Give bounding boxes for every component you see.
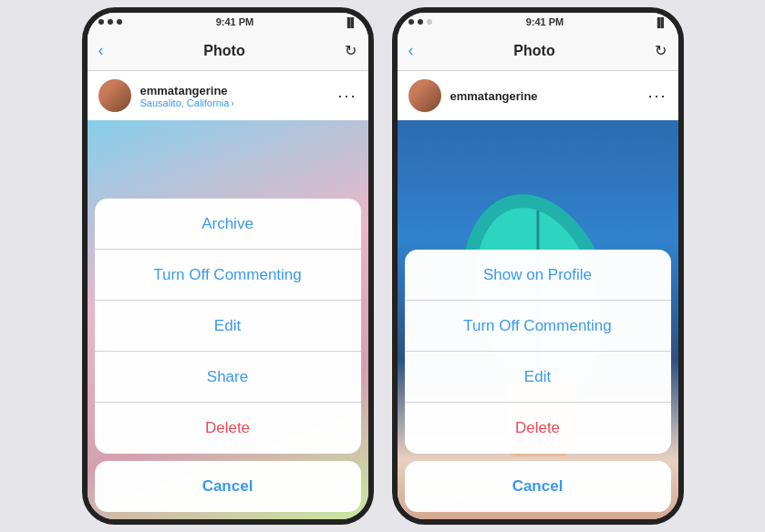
battery-icon-right: ▐▌ [654, 17, 667, 27]
location-left: Sausalito, California › [140, 97, 338, 108]
nav-title-right: Photo [513, 43, 554, 59]
phone-right: 9:41 PM ▐▌ ‹ Photo ↻ emmatangerine ··· [392, 7, 684, 525]
action-delete-left-label: Delete [205, 419, 250, 437]
phone-left: 9:41 PM ▐▌ ‹ Photo ↻ emmatangerine Sausa… [82, 7, 374, 525]
action-delete-right[interactable]: Delete [405, 403, 671, 454]
status-signal-right [408, 19, 432, 25]
cancel-button-left[interactable]: Cancel [95, 461, 361, 512]
action-edit-left-label: Edit [214, 317, 241, 335]
status-right-left: ▐▌ [344, 17, 357, 27]
signal-dot-r2 [418, 19, 423, 25]
more-button-right[interactable]: ··· [647, 87, 667, 106]
action-show-on-profile[interactable]: Show on Profile [405, 250, 671, 301]
location-text-left: Sausalito, California [140, 97, 230, 108]
action-sheet-right: Show on Profile Turn Off Commenting Edit… [405, 250, 671, 454]
action-share-left[interactable]: Share [95, 352, 361, 403]
signal-dot-r3 [427, 19, 432, 25]
signal-dot-2 [108, 19, 113, 25]
signal-dot-r1 [408, 19, 414, 25]
status-signal [98, 19, 122, 25]
refresh-button-left[interactable]: ↻ [345, 42, 357, 59]
signal-dot-3 [117, 19, 122, 25]
status-time-left: 9:41 PM [216, 16, 254, 27]
signal-dot-1 [98, 19, 104, 25]
cancel-button-right[interactable]: Cancel [405, 461, 671, 512]
nav-title-left: Photo [203, 43, 244, 59]
action-edit-right-label: Edit [524, 368, 551, 386]
avatar-image-left [98, 79, 131, 112]
action-show-on-profile-label: Show on Profile [483, 266, 592, 284]
action-share-left-label: Share [207, 368, 248, 386]
cancel-label-right: Cancel [512, 477, 563, 496]
action-turn-off-commenting-right[interactable]: Turn Off Commenting [405, 301, 671, 352]
action-archive[interactable]: Archive [95, 199, 361, 250]
action-sheet-left: Archive Turn Off Commenting Edit Share D… [95, 199, 361, 454]
action-sheet-overlay-left: Archive Turn Off Commenting Edit Share D… [88, 199, 368, 519]
avatar-right [408, 79, 441, 112]
avatar-left [98, 79, 131, 112]
post-header-right: emmatangerine ··· [398, 71, 678, 120]
action-edit-left[interactable]: Edit [95, 301, 361, 352]
back-button-right[interactable]: ‹ [408, 41, 414, 60]
cancel-label-left: Cancel [202, 477, 253, 496]
username-right: emmatangerine [450, 89, 648, 103]
status-bar-right: 9:41 PM ▐▌ [398, 13, 678, 31]
action-turn-off-commenting-left[interactable]: Turn Off Commenting [95, 250, 361, 301]
action-delete-left[interactable]: Delete [95, 403, 361, 454]
username-left: emmatangerine [140, 84, 338, 97]
action-edit-right[interactable]: Edit [405, 352, 671, 403]
action-archive-label: Archive [202, 215, 253, 233]
action-turn-off-commenting-left-label: Turn Off Commenting [153, 266, 302, 284]
action-sheet-overlay-right: Show on Profile Turn Off Commenting Edit… [398, 250, 678, 519]
post-header-left: emmatangerine Sausalito, California › ··… [88, 71, 368, 120]
more-button-left[interactable]: ··· [337, 87, 357, 106]
nav-bar-left: ‹ Photo ↻ [88, 31, 368, 71]
nav-bar-right: ‹ Photo ↻ [398, 31, 678, 71]
photo-right: Show on Profile Turn Off Commenting Edit… [398, 120, 678, 519]
refresh-button-right[interactable]: ↻ [655, 42, 667, 59]
action-delete-right-label: Delete [515, 419, 560, 437]
action-turn-off-commenting-right-label: Turn Off Commenting [463, 317, 612, 335]
user-info-right: emmatangerine [450, 89, 648, 103]
status-time-right: 9:41 PM [526, 16, 564, 27]
back-button-left[interactable]: ‹ [98, 41, 104, 60]
photo-left: Archive Turn Off Commenting Edit Share D… [88, 120, 368, 519]
location-chevron-left: › [231, 97, 234, 108]
user-info-left: emmatangerine Sausalito, California › [140, 84, 338, 108]
battery-icon-left: ▐▌ [344, 17, 357, 27]
status-right-right: ▐▌ [654, 17, 667, 27]
avatar-image-right [408, 79, 441, 112]
status-bar-left: 9:41 PM ▐▌ [88, 13, 368, 31]
